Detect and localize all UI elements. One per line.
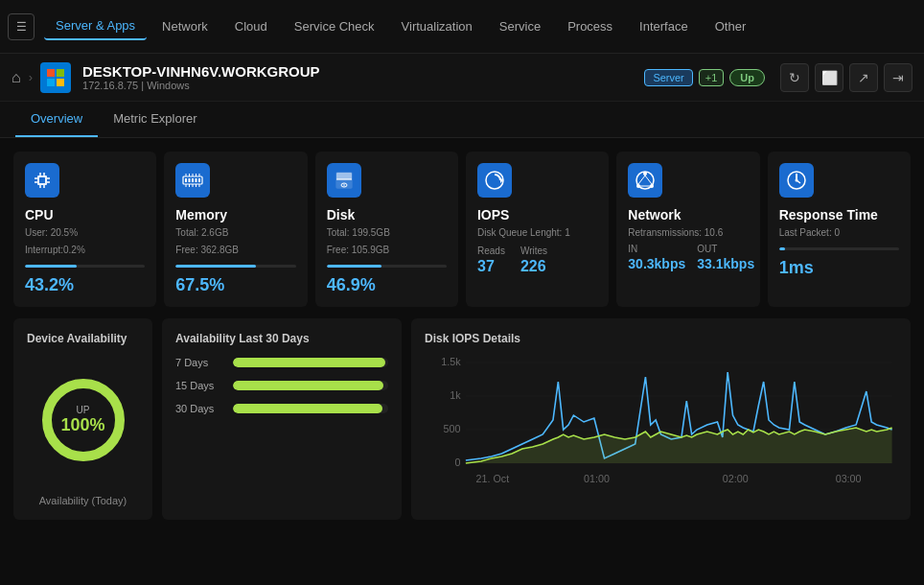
metric-card-memory: Memory Total: 2.6GB Free: 362.8GB 67.5% bbox=[164, 152, 307, 307]
nav-item-interface[interactable]: Interface bbox=[628, 13, 700, 39]
response-bar bbox=[779, 247, 899, 250]
svg-rect-1 bbox=[57, 69, 64, 77]
metric-card-iops: IOPS Disk Queue Lenght: 1 Reads 37 Write… bbox=[466, 152, 609, 307]
nav-item-server-apps[interactable]: Server & Apps bbox=[44, 12, 147, 40]
iops-chart-wrap: 1.5k 1k 500 0 21. Oct 01:00 02:00 03:00 bbox=[425, 353, 897, 506]
tabs-bar: Overview Metric Explorer bbox=[0, 102, 924, 138]
tab-overview[interactable]: Overview bbox=[15, 102, 98, 137]
memory-bar bbox=[175, 265, 295, 268]
tag-plus-count[interactable]: +1 bbox=[699, 69, 725, 86]
cpu-sub1: User: 20.5% bbox=[25, 226, 145, 240]
avail-row-7days: 7 Days bbox=[175, 357, 388, 368]
disk-sub2: Free: 105.9GB bbox=[327, 244, 447, 257]
breadcrumb-sep: › bbox=[29, 70, 33, 84]
svg-rect-0 bbox=[47, 69, 55, 77]
svg-text:500: 500 bbox=[444, 424, 461, 434]
tag-up-status: Up bbox=[729, 69, 765, 86]
avail-row-15days: 15 Days bbox=[175, 380, 388, 391]
cpu-value: 43.2% bbox=[25, 275, 145, 295]
tag-server[interactable]: Server bbox=[644, 69, 692, 86]
device-ip: 172.16.8.75 bbox=[82, 80, 138, 91]
out-value: 33.1kbps bbox=[697, 256, 754, 271]
response-bar-fill bbox=[779, 247, 785, 250]
breadcrumb-bar: ⌂ › DESKTOP-VINHN6V.WORKGROUP 172.16.8.7… bbox=[0, 54, 924, 102]
svg-rect-17 bbox=[192, 178, 194, 182]
tab-metric-explorer[interactable]: Metric Explorer bbox=[98, 102, 212, 137]
memory-sub2: Free: 362.8GB bbox=[175, 244, 295, 257]
in-label: IN bbox=[628, 244, 685, 254]
home-icon[interactable]: ⌂ bbox=[12, 69, 21, 86]
memory-value: 67.5% bbox=[175, 275, 295, 295]
cpu-title: CPU bbox=[25, 207, 145, 222]
bottom-row: Device Availability UP 100% Availability… bbox=[13, 318, 911, 520]
svg-point-33 bbox=[343, 184, 345, 186]
expand-button[interactable]: ↗ bbox=[849, 63, 878, 92]
nav-toggle[interactable]: ☰ bbox=[8, 13, 35, 40]
memory-icon bbox=[175, 163, 210, 198]
availability-30-card: Availability Last 30 Days 7 Days 15 Days… bbox=[162, 318, 402, 520]
disk-value: 46.9% bbox=[327, 275, 447, 295]
avail-7days-label: 7 Days bbox=[175, 357, 223, 368]
avail-15days-fill bbox=[233, 381, 383, 390]
avail-30days-label: 30 Days bbox=[175, 403, 223, 414]
nav-item-network[interactable]: Network bbox=[150, 13, 219, 39]
avail-30days-fill bbox=[233, 404, 382, 413]
top-nav: ☰ Server & Apps Network Cloud Service Ch… bbox=[0, 0, 924, 54]
network-title: Network bbox=[628, 207, 748, 222]
nav-item-other[interactable]: Other bbox=[704, 13, 758, 39]
out-label: OUT bbox=[697, 244, 754, 254]
availability-title: Device Availability bbox=[27, 332, 127, 345]
nav-item-process[interactable]: Process bbox=[556, 13, 624, 39]
svg-text:02:00: 02:00 bbox=[723, 474, 749, 484]
svg-text:21. Oct: 21. Oct bbox=[476, 474, 510, 484]
svg-rect-3 bbox=[57, 79, 64, 86]
svg-text:0: 0 bbox=[455, 457, 461, 468]
nav-item-virtualization[interactable]: Virtualization bbox=[390, 13, 484, 39]
metric-card-disk: Disk Total: 199.5GB Free: 105.9GB 46.9% bbox=[315, 152, 458, 307]
metric-card-response: Response Time Last Packet: 0 1ms bbox=[768, 152, 911, 307]
image-button[interactable]: ⬜ bbox=[815, 63, 843, 92]
iops-icon bbox=[477, 163, 512, 198]
nav-item-service-check[interactable]: Service Check bbox=[283, 13, 386, 39]
expand-icon: ↗ bbox=[858, 70, 869, 85]
menu-button[interactable]: ⇥ bbox=[884, 63, 912, 92]
memory-title: Memory bbox=[175, 207, 295, 222]
donut-pct-value: 100% bbox=[60, 415, 104, 435]
iops-chart-title: Disk IOPS Details bbox=[425, 332, 897, 345]
nav-items: Server & Apps Network Cloud Service Chec… bbox=[44, 12, 757, 40]
cpu-bar bbox=[25, 265, 145, 268]
avail-15days-label: 15 Days bbox=[175, 380, 223, 391]
network-sub1: Retransmissions: 10.6 bbox=[628, 226, 748, 240]
svg-rect-16 bbox=[189, 178, 191, 182]
svg-rect-2 bbox=[47, 79, 55, 86]
network-in-col: IN 30.3kbps bbox=[628, 244, 685, 271]
nav-item-service[interactable]: Service bbox=[488, 13, 552, 39]
avail-row-30days: 30 Days bbox=[175, 403, 388, 414]
network-in-out: IN 30.3kbps OUT 33.1kbps bbox=[628, 244, 748, 271]
response-value: 1ms bbox=[779, 258, 899, 278]
avail-15days-bar bbox=[233, 381, 388, 390]
donut-center: UP 100% bbox=[60, 405, 104, 435]
refresh-button[interactable]: ↻ bbox=[780, 63, 809, 92]
svg-text:1k: 1k bbox=[450, 390, 461, 401]
iops-title: IOPS bbox=[477, 207, 597, 222]
disk-bar bbox=[327, 265, 447, 268]
iops-chart-svg: 1.5k 1k 500 0 21. Oct 01:00 02:00 03:00 bbox=[425, 353, 897, 497]
donut-up-label: UP bbox=[77, 405, 90, 415]
avail-7days-bar bbox=[233, 358, 388, 367]
avail-7days-fill bbox=[233, 358, 385, 367]
in-value: 30.3kbps bbox=[628, 256, 685, 271]
svg-rect-15 bbox=[185, 178, 187, 182]
availability-30-title: Availability Last 30 Days bbox=[175, 332, 388, 345]
svg-rect-31 bbox=[336, 173, 352, 179]
svg-line-41 bbox=[638, 176, 645, 184]
memory-bar-fill bbox=[175, 265, 256, 268]
hamburger-icon: ☰ bbox=[16, 20, 27, 34]
network-out-col: OUT 33.1kbps bbox=[697, 244, 754, 271]
device-sub: 172.16.8.75 | Windows bbox=[82, 80, 636, 91]
windows-icon bbox=[40, 62, 71, 93]
response-sub1: Last Packet: 0 bbox=[779, 226, 899, 240]
metric-cards-row: CPU User: 20.5% Interrupt:0.2% 43.2% bbox=[13, 152, 911, 307]
breadcrumb-actions: ↻ ⬜ ↗ ⇥ bbox=[780, 63, 912, 92]
nav-item-cloud[interactable]: Cloud bbox=[223, 13, 279, 39]
